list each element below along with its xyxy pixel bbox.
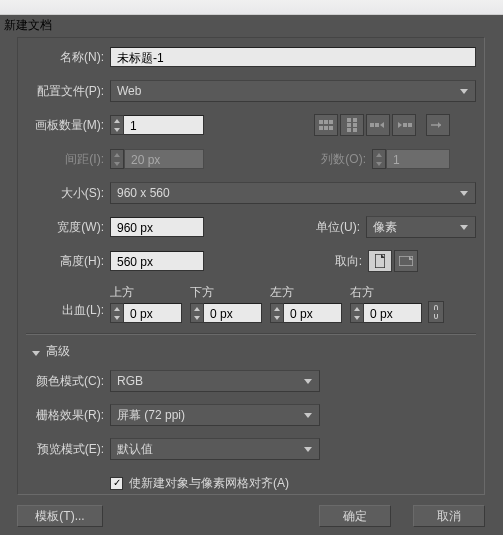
chevron-down-icon (301, 442, 315, 456)
orientation-landscape-icon[interactable] (394, 250, 418, 272)
height-input[interactable]: 560 px (110, 251, 204, 271)
template-button[interactable]: 模板(T)... (17, 505, 103, 527)
spacing-stepper: 20 px (110, 149, 204, 169)
chevron-down-icon (457, 220, 471, 234)
window-title: 新建文档 (4, 17, 52, 34)
preview-label: 预览模式(E): (26, 441, 104, 458)
bleed-bottom-label: 下方 (190, 284, 262, 301)
size-label: 大小(S): (26, 185, 104, 202)
raster-value: 屏幕 (72 ppi) (117, 407, 185, 424)
checkbox-icon (110, 477, 123, 490)
link-bleed-icon[interactable] (428, 301, 444, 323)
chevron-down-icon (32, 345, 40, 359)
bleed-left-stepper[interactable]: 0 px (270, 303, 342, 323)
bleed-right-label: 右方 (350, 284, 422, 301)
bleed-right-value[interactable]: 0 px (364, 303, 422, 323)
svg-rect-9 (353, 123, 357, 127)
bleed-top-stepper[interactable]: 0 px (110, 303, 182, 323)
arrange-row-right-icon[interactable] (366, 114, 390, 136)
arrow-right-icon[interactable] (426, 114, 450, 136)
orientation-label: 取向: (335, 253, 362, 270)
width-input[interactable]: 960 px (110, 217, 204, 237)
spacing-value: 20 px (124, 149, 204, 169)
preview-dropdown[interactable]: 默认值 (110, 438, 320, 460)
size-value: 960 x 560 (117, 186, 170, 200)
svg-rect-5 (329, 126, 333, 130)
svg-rect-3 (319, 126, 323, 130)
preview-value: 默认值 (117, 441, 153, 458)
columns-value: 1 (386, 149, 450, 169)
svg-rect-7 (353, 118, 357, 122)
arrange-grid-row-icon[interactable] (314, 114, 338, 136)
advanced-disclosure[interactable]: 高级 (32, 343, 476, 360)
svg-rect-14 (403, 123, 407, 127)
artboards-label: 画板数量(M): (26, 117, 104, 134)
colormode-dropdown[interactable]: RGB (110, 370, 320, 392)
columns-label: 列数(O): (321, 151, 366, 168)
orientation-portrait-icon[interactable] (368, 250, 392, 272)
arrange-row-left-icon[interactable] (392, 114, 416, 136)
svg-rect-0 (319, 120, 323, 124)
advanced-label: 高级 (46, 343, 70, 360)
svg-rect-11 (353, 128, 357, 132)
svg-rect-6 (347, 118, 351, 122)
svg-rect-8 (347, 123, 351, 127)
svg-rect-15 (408, 123, 412, 127)
size-dropdown[interactable]: 960 x 560 (110, 182, 476, 204)
bleed-left-value[interactable]: 0 px (284, 303, 342, 323)
raster-label: 栅格效果(R): (26, 407, 104, 424)
artboards-value[interactable]: 1 (124, 115, 204, 135)
bleed-right-stepper[interactable]: 0 px (350, 303, 422, 323)
svg-rect-13 (375, 123, 379, 127)
align-pixel-label: 使新建对象与像素网格对齐(A) (129, 475, 289, 492)
artboards-stepper[interactable]: 1 (110, 115, 204, 135)
bleed-top-value[interactable]: 0 px (124, 303, 182, 323)
profile-dropdown[interactable]: Web (110, 80, 476, 102)
colormode-label: 颜色模式(C): (26, 373, 104, 390)
svg-rect-12 (370, 123, 374, 127)
chevron-down-icon (301, 374, 315, 388)
units-value: 像素 (373, 219, 397, 236)
profile-value: Web (117, 84, 141, 98)
profile-label: 配置文件(P): (26, 83, 104, 100)
cancel-button[interactable]: 取消 (413, 505, 485, 527)
name-input[interactable]: 未标题-1 (110, 47, 476, 67)
align-pixel-checkbox[interactable]: 使新建对象与像素网格对齐(A) (110, 475, 289, 492)
svg-rect-2 (329, 120, 333, 124)
bleed-label: 出血(L): (26, 302, 104, 323)
units-dropdown[interactable]: 像素 (366, 216, 476, 238)
colormode-value: RGB (117, 374, 143, 388)
bleed-top-label: 上方 (110, 284, 182, 301)
svg-rect-1 (324, 120, 328, 124)
height-label: 高度(H): (26, 253, 104, 270)
width-label: 宽度(W): (26, 219, 104, 236)
svg-rect-10 (347, 128, 351, 132)
svg-rect-17 (375, 254, 385, 268)
svg-rect-18 (399, 256, 413, 266)
ok-button[interactable]: 确定 (319, 505, 391, 527)
columns-stepper: 1 (372, 149, 450, 169)
bleed-bottom-value[interactable]: 0 px (204, 303, 262, 323)
svg-rect-4 (324, 126, 328, 130)
bleed-bottom-stepper[interactable]: 0 px (190, 303, 262, 323)
raster-dropdown[interactable]: 屏幕 (72 ppi) (110, 404, 320, 426)
bleed-left-label: 左方 (270, 284, 342, 301)
chevron-down-icon (301, 408, 315, 422)
name-label: 名称(N): (26, 49, 104, 66)
spacing-label: 间距(I): (26, 151, 104, 168)
chevron-down-icon (457, 84, 471, 98)
chevron-down-icon (457, 186, 471, 200)
arrange-grid-col-icon[interactable] (340, 114, 364, 136)
units-label: 单位(U): (316, 219, 360, 236)
